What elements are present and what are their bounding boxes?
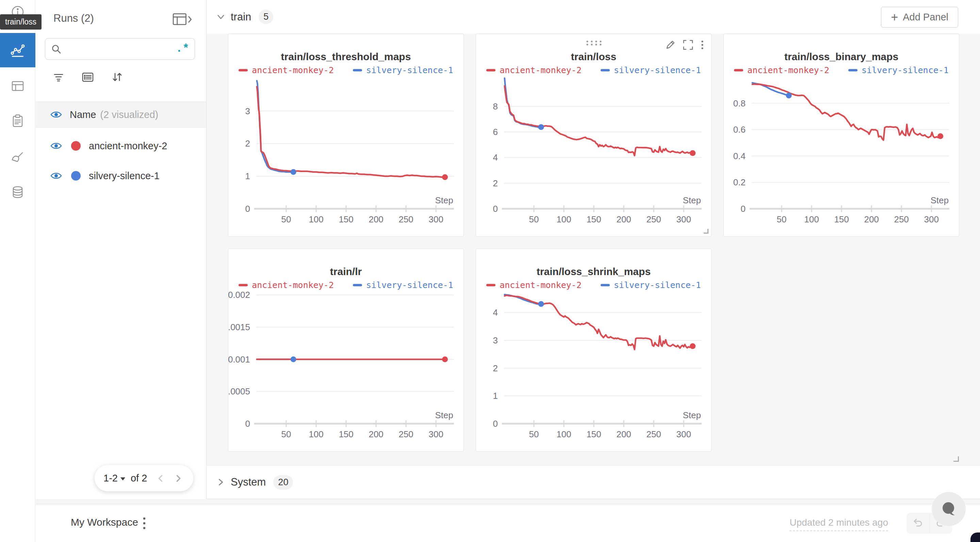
svg-text:50: 50: [282, 214, 291, 224]
undo-button[interactable]: [907, 513, 929, 534]
panel-plot[interactable]: 00.20.40.60.850100150200250300Step: [724, 76, 959, 231]
next-page-icon[interactable]: [174, 474, 182, 483]
nav-item-workspace[interactable]: [0, 33, 35, 67]
panel-legend: ancient-monkey-2silvery-silence-1: [476, 280, 711, 290]
svg-text:250: 250: [646, 214, 661, 224]
broom-icon[interactable]: [10, 150, 25, 165]
panel-card-1[interactable]: train/loss_threshold_maps ancient-monkey…: [228, 34, 464, 237]
legend-item[interactable]: ancient-monkey-2: [486, 65, 582, 75]
panel-menu-icon[interactable]: [700, 39, 705, 51]
run-row[interactable]: silvery-silence-1: [36, 161, 206, 191]
legend-item[interactable]: silvery-silence-1: [848, 65, 949, 75]
legend-swatch: [848, 69, 858, 71]
filter-icon[interactable]: [52, 71, 65, 84]
columns-list-icon[interactable]: [81, 71, 94, 84]
sort-icon[interactable]: [111, 71, 124, 84]
clipboard-icon[interactable]: [10, 113, 25, 129]
fullscreen-panel-icon[interactable]: [682, 39, 694, 51]
panel-card-4[interactable]: train/lr ancient-monkey-2silvery-silence…: [228, 249, 464, 452]
prev-page-icon[interactable]: [156, 474, 165, 483]
visibility-eye-icon[interactable]: [50, 141, 62, 150]
chevron-right-icon[interactable]: [216, 477, 226, 487]
svg-text:100: 100: [556, 214, 571, 224]
panel-legend: ancient-monkey-2silvery-silence-1: [476, 65, 711, 75]
svg-text:250: 250: [398, 214, 413, 224]
legend-item[interactable]: silvery-silence-1: [353, 280, 453, 290]
svg-text:150: 150: [339, 214, 353, 224]
section-resize-handle[interactable]: [953, 456, 959, 462]
panel-card-2[interactable]: train/loss ancient-monkey-2silvery-silen…: [476, 34, 711, 237]
svg-text:300: 300: [676, 214, 691, 224]
add-panel-button[interactable]: + Add Panel: [881, 7, 958, 27]
svg-text:0: 0: [741, 204, 746, 214]
pagination-caret-icon[interactable]: [121, 477, 125, 480]
updated-status[interactable]: Updated 2 minutes ago: [789, 517, 888, 531]
svg-text:200: 200: [616, 429, 631, 439]
visibility-eye-icon[interactable]: [50, 110, 62, 119]
legend-item[interactable]: ancient-monkey-2: [239, 65, 334, 75]
panel-plot[interactable]: 0123450100150200250300Step: [476, 291, 712, 446]
legend-swatch: [353, 284, 362, 286]
svg-text:Step: Step: [683, 195, 701, 205]
svg-text:Step: Step: [931, 195, 949, 205]
run-row[interactable]: ancient-monkey-2: [36, 131, 206, 161]
run-name[interactable]: ancient-monkey-2: [89, 140, 167, 152]
legend-item[interactable]: ancient-monkey-2: [239, 280, 334, 290]
chat-button[interactable]: [932, 492, 966, 526]
visibility-eye-icon[interactable]: [50, 171, 62, 180]
svg-text:0.002: 0.002: [228, 291, 250, 300]
panel-resize-handle[interactable]: [704, 229, 708, 234]
database-icon[interactable]: [10, 185, 25, 200]
panel-plot[interactable]: 00.00050.0010.00150.00250100150200250300…: [228, 291, 464, 446]
legend-item[interactable]: ancient-monkey-2: [734, 65, 829, 75]
panel-legend: ancient-monkey-2silvery-silence-1: [228, 65, 463, 75]
legend-item[interactable]: silvery-silence-1: [601, 65, 701, 75]
legend-swatch: [486, 284, 495, 286]
panel-title: train/loss_shrink_maps: [476, 266, 711, 277]
panel-plot[interactable]: 012350100150200250300Step: [228, 76, 464, 231]
runs-panel-title: Runs (2): [53, 12, 94, 24]
search-input[interactable]: [62, 44, 176, 54]
legend-label: ancient-monkey-2: [500, 280, 582, 290]
section-train-header[interactable]: train 5 + Add Panel: [207, 0, 980, 34]
bottom-bar: My Workspace Updated 2 minutes ago: [36, 504, 980, 542]
panel-grid: train/loss_threshold_maps ancient-monkey…: [207, 34, 980, 465]
panel-controls: [476, 34, 711, 54]
legend-item[interactable]: silvery-silence-1: [601, 280, 701, 290]
section-system-header[interactable]: System 20: [207, 465, 980, 499]
search-icon: [51, 44, 62, 54]
svg-text:0: 0: [493, 204, 498, 214]
run-name[interactable]: silvery-silence-1: [89, 170, 159, 182]
edit-panel-icon[interactable]: [664, 39, 676, 51]
runs-pagination: 1-2 of 2: [95, 465, 193, 491]
drag-handle-icon[interactable]: [586, 40, 601, 46]
svg-text:Step: Step: [435, 410, 453, 420]
chevron-down-icon[interactable]: [216, 12, 226, 22]
legend-label: silvery-silence-1: [366, 280, 453, 290]
svg-text:4: 4: [493, 152, 498, 163]
workspace-menu-icon[interactable]: [142, 515, 147, 531]
panel-legend: ancient-monkey-2silvery-silence-1: [724, 65, 959, 75]
svg-text:50: 50: [282, 429, 291, 439]
panel-legend: ancient-monkey-2silvery-silence-1: [228, 280, 463, 290]
panel-card-5[interactable]: train/loss_shrink_maps ancient-monkey-2s…: [476, 249, 711, 452]
panels-icon[interactable]: [10, 78, 25, 94]
section-count-badge: 5: [259, 10, 273, 24]
svg-text:0.8: 0.8: [733, 98, 746, 108]
workspace-title[interactable]: My Workspace: [71, 517, 138, 528]
svg-text:100: 100: [804, 214, 819, 224]
svg-text:0.001: 0.001: [228, 354, 250, 365]
svg-text:0: 0: [493, 418, 498, 429]
runs-list-header[interactable]: Name (2 visualized): [36, 101, 206, 127]
run-color-dot: [71, 141, 81, 151]
runs-table-expand-icon[interactable]: [172, 12, 193, 27]
regex-toggle[interactable]: .*: [176, 46, 189, 52]
svg-text:0.0015: 0.0015: [228, 322, 250, 332]
chat-bubble-icon: [939, 499, 959, 519]
legend-item[interactable]: ancient-monkey-2: [486, 280, 582, 290]
pagination-range[interactable]: 1-2: [103, 473, 118, 484]
panel-card-3[interactable]: train/loss_binary_maps ancient-monkey-2s…: [724, 34, 959, 237]
panel-plot[interactable]: 0246850100150200250300Step: [476, 76, 712, 231]
legend-item[interactable]: silvery-silence-1: [353, 65, 453, 75]
svg-text:1: 1: [245, 171, 250, 181]
